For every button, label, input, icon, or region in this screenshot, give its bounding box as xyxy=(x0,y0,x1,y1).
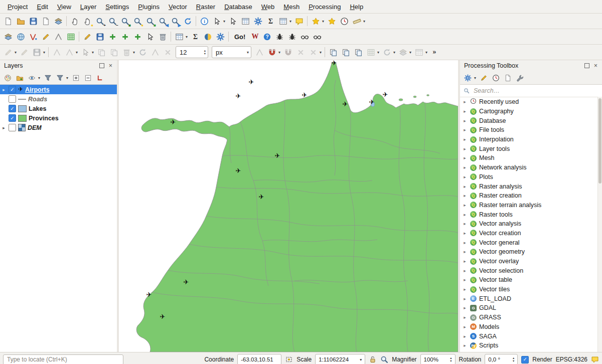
zoom-last-button[interactable]: ◀ xyxy=(157,15,169,27)
toolbox-group-scripts[interactable]: ▸PyScripts xyxy=(460,341,602,350)
messages-icon[interactable] xyxy=(591,355,599,363)
identify-features-button[interactable] xyxy=(198,15,210,27)
attribute-tools-button[interactable] xyxy=(277,15,289,27)
snapping-options-button[interactable] xyxy=(266,46,278,58)
osm-go-button[interactable]: Go! xyxy=(231,32,249,42)
group-expander[interactable]: ▸ xyxy=(462,343,468,348)
group-expander[interactable]: ▸ xyxy=(462,249,468,254)
zoom-out-button[interactable]: − xyxy=(106,15,118,27)
toolbox-group-file-tools[interactable]: ▸QFile tools xyxy=(460,125,602,135)
toolbox-group-database[interactable]: ▸QDatabase xyxy=(460,116,602,125)
toolbox-group-raster-terrain-analysis[interactable]: ▸QRaster terrain analysis xyxy=(460,201,602,210)
expand-all-button[interactable] xyxy=(70,72,81,83)
magnifier-spinbox[interactable]: 100% ▴▾ xyxy=(420,354,456,364)
show-spatial-bookmarks-button[interactable] xyxy=(326,15,338,27)
help-contents-button[interactable] xyxy=(261,31,273,43)
zoom-to-selection-button[interactable]: ● xyxy=(131,15,143,27)
lock-scale-icon[interactable] xyxy=(369,355,377,363)
filter-by-expression-button[interactable] xyxy=(54,72,65,83)
copy-layer-style-button[interactable] xyxy=(327,46,339,58)
toolbox-group-raster-creation[interactable]: ▸QRaster creation xyxy=(460,191,602,201)
group-expander[interactable]: ▸ xyxy=(462,203,468,208)
layer-item-roads[interactable]: Roads xyxy=(0,94,117,104)
group-expander[interactable]: ▸ xyxy=(462,127,468,132)
wikipedia-tool-button[interactable]: W xyxy=(249,33,260,41)
toolbox-group-saga[interactable]: ▸SSAGA xyxy=(460,331,602,341)
locate-input[interactable] xyxy=(3,354,123,364)
group-tools-c-dropdown-arrow[interactable]: ▾ xyxy=(408,50,412,55)
toolbox-group-layer-tools[interactable]: ▸QLayer tools xyxy=(460,144,602,153)
group-expander[interactable]: ▸ xyxy=(462,109,468,114)
menu-view[interactable]: View xyxy=(53,2,76,12)
zoom-to-layer-button[interactable]: ■ xyxy=(144,15,156,27)
group-expander[interactable]: ▸ xyxy=(462,193,468,198)
models-menu-dropdown-arrow[interactable]: ▾ xyxy=(473,76,477,80)
paste-layer-style-button[interactable] xyxy=(340,46,352,58)
layer-visibility-checkbox[interactable] xyxy=(9,124,16,131)
toolbox-group-raster-analysis[interactable]: ▸QRaster analysis xyxy=(460,181,602,191)
layer-item-lakes[interactable]: ✓Lakes xyxy=(0,104,117,113)
toolbox-group-network-analysis[interactable]: ▸QNetwork analysis xyxy=(460,163,602,172)
toolbox-group-vector-table[interactable]: ▸QVector table xyxy=(460,275,602,285)
toolbox-group-plots[interactable]: ▸QPlots xyxy=(460,172,602,182)
deselect-features-button[interactable] xyxy=(227,15,239,27)
menu-project[interactable]: Project xyxy=(3,2,32,12)
menu-vector[interactable]: Vector xyxy=(164,2,192,12)
map-canvas[interactable]: ✈✈✈✈✈✈✈✈✈✈✈✈✈✈ xyxy=(119,60,458,352)
layer-visibility-checkbox[interactable] xyxy=(9,95,16,103)
select-features-dropdown-arrow[interactable]: ▾ xyxy=(222,19,226,24)
menu-edit[interactable]: Edit xyxy=(32,2,52,12)
toolbox-group-recently-used[interactable]: ▸Recently used xyxy=(460,97,602,107)
group-expander[interactable]: ▸ xyxy=(462,268,468,273)
group-expander[interactable]: ▸ xyxy=(462,296,468,301)
in-place-editing-button[interactable] xyxy=(478,72,489,83)
toolbox-panel-close-icon[interactable]: × xyxy=(592,62,599,70)
group-expander[interactable]: ▸ xyxy=(462,334,468,339)
results-viewer-button[interactable] xyxy=(502,72,513,83)
options-button[interactable] xyxy=(514,72,525,83)
rotation-spinbox[interactable]: 0,0 ° ▴▾ xyxy=(485,354,518,364)
new-shapefile-layer-button[interactable] xyxy=(27,31,39,43)
measure-button[interactable] xyxy=(351,15,363,27)
group-expander[interactable]: ▸ xyxy=(462,240,468,245)
menu-help[interactable]: Help xyxy=(345,2,368,12)
crs-indicator[interactable]: EPSG:4326 xyxy=(556,356,587,363)
toolbox-group-mesh[interactable]: ▸QMesh xyxy=(460,153,602,163)
map-tips-button[interactable] xyxy=(293,15,305,27)
menu-mesh[interactable]: Mesh xyxy=(279,2,304,12)
layout-manager-button[interactable] xyxy=(52,15,64,27)
zoom-full-extent-button[interactable]: ■ xyxy=(119,15,131,27)
save-edits-dropdown-arrow[interactable]: ▾ xyxy=(42,50,46,55)
statistical-summary-button[interactable] xyxy=(264,15,276,27)
layer-expander[interactable]: ▸ xyxy=(1,125,7,130)
group-expander[interactable]: ▸ xyxy=(462,315,468,320)
toolbox-group-vector-analysis[interactable]: ▸QVector analysis xyxy=(460,219,602,229)
save-layer-edits-button[interactable] xyxy=(94,31,106,43)
remove-layer-button[interactable] xyxy=(94,72,105,83)
models-menu-button[interactable] xyxy=(462,72,473,83)
history-button[interactable] xyxy=(490,72,501,83)
font-size-spinbox[interactable]: 12▴▾ xyxy=(176,46,208,58)
new-virtual-layer-button[interactable] xyxy=(65,31,77,43)
delete-selected-button[interactable] xyxy=(157,31,169,43)
font-units-combo[interactable]: px▾ xyxy=(212,46,251,58)
attribute-table-shortcut-button[interactable] xyxy=(173,31,185,43)
menu-plugins[interactable]: Plugins xyxy=(133,2,164,12)
toolbox-group-gdal[interactable]: ▸GGDAL xyxy=(460,303,602,313)
menu-raster[interactable]: Raster xyxy=(192,2,220,12)
report-issue-button[interactable] xyxy=(273,31,285,43)
field-calculator-button[interactable] xyxy=(189,31,201,43)
pan-map-button[interactable] xyxy=(69,15,81,27)
filter-by-expression-dropdown-arrow[interactable]: ▾ xyxy=(65,76,69,80)
zoom-next-button[interactable]: ▶ xyxy=(169,15,181,27)
group-expander[interactable]: ▸ xyxy=(462,212,468,217)
layer-history-button[interactable] xyxy=(352,46,364,58)
toggle-editing-button[interactable] xyxy=(81,31,93,43)
menu-settings[interactable]: Settings xyxy=(101,2,133,12)
group-expander[interactable]: ▸ xyxy=(462,231,468,236)
toolbox-group-etl-load[interactable]: ▸EETL_LOAD xyxy=(460,294,602,303)
toolbox-group-vector-creation[interactable]: ▸QVector creation xyxy=(460,229,602,238)
toolbox-group-interpolation[interactable]: ▸QInterpolation xyxy=(460,135,602,144)
toolbox-group-vector-tiles[interactable]: ▸QVector tiles xyxy=(460,285,602,294)
group-expander[interactable]: ▸ xyxy=(462,99,468,104)
